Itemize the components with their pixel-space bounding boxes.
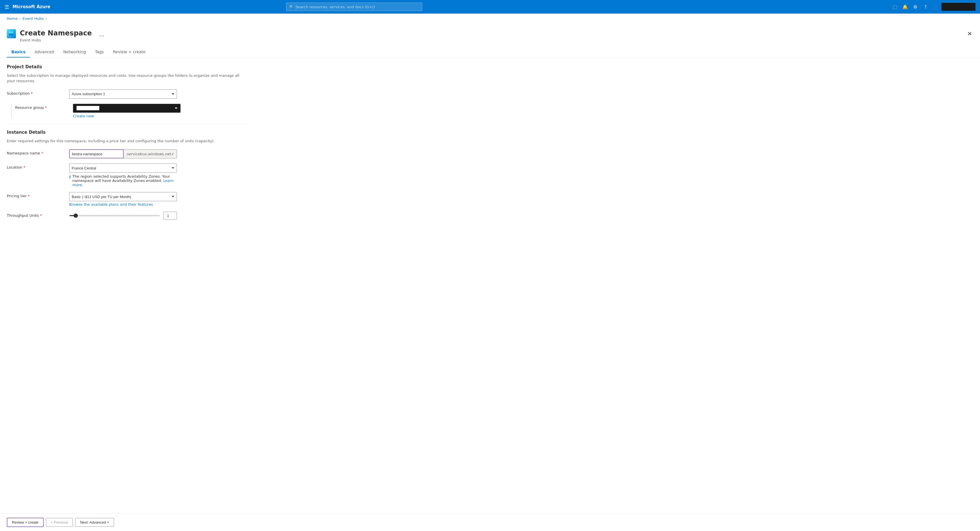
subscription-group: Subscription * Azure subscription 1 [7, 90, 248, 98]
project-details-desc: Select the subscription to manage deploy… [7, 73, 248, 84]
location-label: Location * [7, 163, 69, 170]
tab-basics[interactable]: Basics [7, 47, 30, 57]
namespace-group: Namespace name * .servicebus.windows.net… [7, 149, 248, 159]
pricing-tier-required: * [28, 194, 30, 198]
svg-rect-0 [9, 32, 11, 33]
topbar-actions: ⬚ 🔔 ⚙ ? 👤 [890, 2, 975, 11]
hamburger-icon[interactable]: ☰ [5, 4, 9, 10]
pricing-tier-select[interactable]: Basic (~$11 USD per TU per Month) Standa… [69, 192, 177, 201]
resource-group-select[interactable]: ████████ [73, 104, 181, 113]
breadcrumb-event-hubs[interactable]: Event Hubs [23, 16, 44, 21]
close-button[interactable]: ✕ [966, 29, 973, 38]
throughput-required: * [40, 213, 42, 218]
tab-tags[interactable]: Tags [91, 47, 108, 57]
instance-details-title: Instance Details [7, 130, 248, 135]
page-container: Home › Event Hubs › Create Namespace Eve… [0, 14, 980, 521]
throughput-value-input[interactable] [163, 212, 177, 220]
footer-spacer [0, 231, 980, 251]
search-placeholder: Search resources, services, and docs (G+… [296, 5, 375, 9]
feedback-icon[interactable]: ⬚ [890, 2, 899, 11]
svg-rect-3 [11, 34, 13, 35]
pricing-tier-label: Pricing tier * [7, 192, 69, 198]
footer: Review + create < Previous Next: Advance… [0, 514, 980, 521]
indent-line [11, 104, 12, 118]
instance-details-desc: Enter required settings for this namespa… [7, 138, 248, 144]
project-details-title: Project Details [7, 64, 248, 70]
next-button[interactable]: Next: Advanced > [75, 518, 114, 521]
section-divider [7, 124, 248, 124]
previous-button[interactable]: < Previous [46, 518, 73, 521]
location-group: Location * France Central ℹ The region s… [7, 163, 248, 187]
availability-zones-info: ℹ The region selected supports Availabil… [69, 174, 177, 187]
pricing-tier-group: Pricing tier * Basic (~$11 USD per TU pe… [7, 192, 248, 206]
create-new-link[interactable]: Create new [73, 114, 94, 118]
info-icon: ℹ [69, 174, 71, 179]
subscription-label: Subscription * [7, 90, 69, 95]
svg-rect-2 [9, 34, 11, 35]
resource-group-group: Resource group * ████████ Create new [7, 104, 248, 118]
page-title: Create Namespace [20, 29, 92, 37]
resource-group-label: Resource group * [15, 104, 73, 109]
location-select[interactable]: France Central [69, 163, 177, 173]
namespace-control: .servicebus.windows.net ✓ [69, 149, 177, 159]
notifications-icon[interactable]: 🔔 [900, 2, 910, 11]
rg-value: ████████ [75, 105, 100, 111]
tab-advanced[interactable]: Advanced [30, 47, 59, 57]
location-required: * [24, 165, 25, 170]
pricing-tier-control: Basic (~$11 USD per TU per Month) Standa… [69, 192, 177, 206]
more-options-btn[interactable]: … [98, 30, 105, 38]
topbar: ☰ Microsoft Azure 🔍 Search resources, se… [0, 0, 980, 14]
subscription-required: * [31, 91, 33, 95]
page-header: Create Namespace Event Hubs … ✕ [0, 24, 980, 42]
location-control: France Central ℹ The region selected sup… [69, 163, 177, 187]
page-subtitle: Event Hubs [20, 38, 92, 42]
search-icon: 🔍 [289, 5, 294, 9]
namespace-input[interactable] [69, 149, 124, 159]
namespace-input-row: .servicebus.windows.net ✓ [69, 149, 177, 159]
settings-icon[interactable]: ⚙ [911, 2, 920, 11]
browse-plans-link[interactable]: Browse the available plans and their fea… [69, 202, 153, 206]
tabs: Basics Advanced Networking Tags Review +… [0, 42, 980, 57]
throughput-label: Throughput Units * [7, 212, 69, 218]
throughput-slider[interactable] [69, 215, 160, 216]
availability-info-text: The region selected supports Availabilit… [72, 174, 177, 187]
breadcrumb: Home › Event Hubs › [0, 14, 980, 24]
page-title-text: Create Namespace Event Hubs [20, 29, 92, 42]
svg-rect-1 [11, 32, 13, 33]
breadcrumb-sep1: › [19, 16, 21, 21]
tab-review-create[interactable]: Review + create [108, 47, 150, 57]
namespace-label: Namespace name * [7, 149, 69, 155]
namespace-required: * [41, 151, 43, 155]
namespace-check-icon: ✓ [171, 152, 174, 156]
page-title-area: Create Namespace Event Hubs … [7, 29, 105, 42]
tab-networking[interactable]: Networking [59, 47, 91, 57]
user-box[interactable] [942, 3, 975, 11]
subscription-control: Azure subscription 1 [69, 90, 177, 98]
feedback-btn-icon[interactable]: 👤 [931, 2, 940, 11]
namespace-suffix-text: .servicebus.windows.net [126, 152, 171, 156]
resource-group-wrapper: ████████ [73, 104, 181, 113]
help-icon[interactable]: ? [921, 2, 930, 11]
namespace-icon [8, 31, 14, 36]
search-bar[interactable]: 🔍 Search resources, services, and docs (… [286, 3, 422, 11]
page-icon [7, 29, 16, 38]
review-create-button[interactable]: Review + create [7, 518, 44, 521]
app-title: Microsoft Azure [13, 4, 50, 10]
breadcrumb-sep2: › [45, 16, 47, 21]
main-content: Project Details Select the subscription … [0, 57, 255, 232]
throughput-control [69, 212, 177, 220]
namespace-suffix: .servicebus.windows.net ✓ [124, 149, 177, 159]
subscription-select[interactable]: Azure subscription 1 [69, 90, 177, 98]
resource-group-required: * [45, 105, 47, 109]
throughput-group: Throughput Units * [7, 212, 248, 220]
breadcrumb-home[interactable]: Home [7, 16, 18, 21]
slider-row [69, 212, 177, 220]
resource-group-control: ████████ Create new [73, 104, 181, 118]
